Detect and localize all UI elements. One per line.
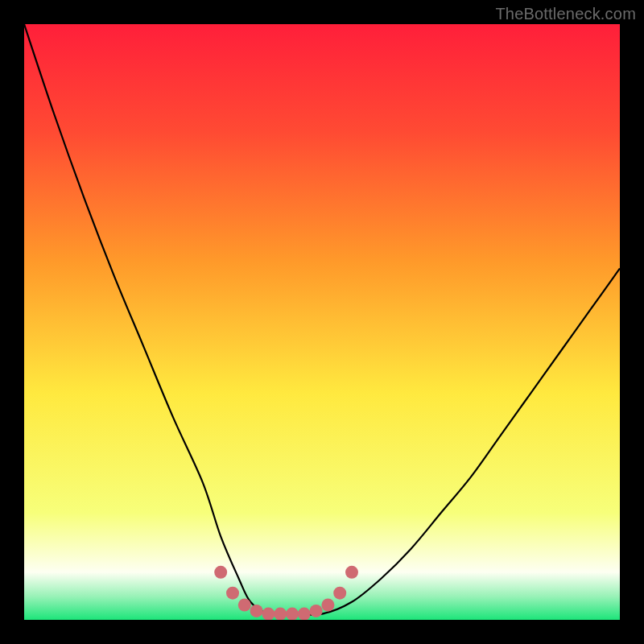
plot-area: [24, 24, 620, 620]
trough-marker: [286, 608, 299, 620]
chart-svg: [24, 24, 620, 620]
trough-marker: [333, 587, 346, 600]
trough-marker: [238, 599, 251, 612]
chart-frame: TheBottleneck.com: [0, 0, 644, 644]
trough-marker: [262, 608, 275, 620]
trough-marker: [310, 605, 323, 617]
trough-marker: [250, 605, 263, 617]
trough-marker: [226, 587, 239, 600]
trough-marker: [321, 599, 334, 612]
watermark-text: TheBottleneck.com: [495, 5, 636, 23]
gradient-background: [24, 24, 620, 620]
trough-marker: [214, 566, 227, 579]
trough-marker: [274, 608, 287, 620]
trough-marker: [345, 566, 358, 579]
trough-marker: [298, 608, 311, 620]
